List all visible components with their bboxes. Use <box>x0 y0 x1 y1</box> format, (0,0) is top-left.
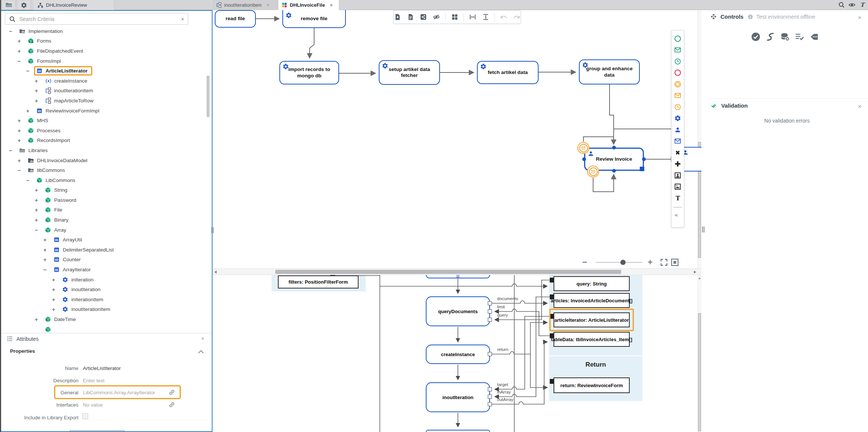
tree-item[interactable]: + File <box>1 205 210 215</box>
clear-search-button[interactable]: × <box>181 16 184 22</box>
zoom-in-button[interactable]: + <box>648 257 657 267</box>
general-link-icon[interactable] <box>168 389 175 396</box>
scroll-thumb[interactable] <box>275 270 621 274</box>
tree-toggle[interactable]: + <box>35 197 43 203</box>
zoom-slider-handle[interactable] <box>620 260 626 265</box>
tree-toggle[interactable]: − <box>18 167 25 173</box>
scroll-right-arrow[interactable] <box>694 271 696 274</box>
search-input[interactable] <box>19 16 177 22</box>
node-partial-bottom[interactable] <box>426 430 490 432</box>
tree-toggle[interactable]: + <box>35 78 43 84</box>
tree-item[interactable]: + DHLInvoiceDataModel <box>1 155 210 166</box>
tree-item[interactable]: + Binary <box>1 215 210 225</box>
tree-item[interactable]: + Forms <box>1 36 210 46</box>
tree-item[interactable]: + Processes <box>1 126 210 136</box>
selection-handle[interactable] <box>612 169 616 173</box>
interfaces-value[interactable]: No value <box>78 402 103 408</box>
user-form-tool[interactable] <box>672 170 684 181</box>
tree-toggle[interactable]: + <box>35 87 43 94</box>
message-intermediate-event-tool[interactable] <box>672 90 684 102</box>
tab-dhlinvoicefile[interactable]: DHLInvoiceFile × <box>278 0 339 10</box>
box-filters[interactable]: filters: PositionFilterForm <box>278 275 359 288</box>
message-task-tool[interactable] <box>672 136 684 147</box>
node-setup-artikel[interactable]: setup artikel data fetcher <box>379 60 440 85</box>
intermediate-event-tool[interactable] <box>672 78 684 90</box>
tree-item[interactable]: + MHS <box>1 115 210 126</box>
tree-item[interactable]: + inoutIteration <box>1 284 210 294</box>
zoom-out-button[interactable]: − <box>582 257 592 267</box>
node-group-enhance[interactable]: group and enhance data <box>579 59 640 84</box>
tree-item[interactable]: + ReviewInvoiceFormImpl <box>1 106 210 116</box>
tree-scrollbar[interactable] <box>207 75 210 117</box>
tree-toggle[interactable]: + <box>52 286 60 293</box>
tags-button[interactable] <box>809 32 819 42</box>
selection-handle[interactable] <box>612 146 616 149</box>
run-control-button[interactable] <box>765 32 775 42</box>
node-inoutiteration[interactable]: inoutIteration <box>426 382 490 412</box>
tree-item[interactable]: − ArrayIterator <box>1 265 210 275</box>
tab-inoutiterationitem[interactable]: inoutIterationItem × <box>213 0 278 10</box>
user-task-tool[interactable] <box>672 124 684 136</box>
tree-toggle[interactable]: + <box>35 98 43 104</box>
attributes-close-button[interactable]: × <box>201 336 204 342</box>
tree-toggle[interactable]: − <box>9 28 17 34</box>
boundary-message-event[interactable] <box>577 142 589 154</box>
port-limit[interactable] <box>488 309 492 314</box>
tree-item[interactable] <box>1 324 210 333</box>
grid-button[interactable] <box>450 13 459 21</box>
timer-start-event-tool[interactable] <box>672 56 684 67</box>
tree-toggle[interactable]: + <box>43 247 51 253</box>
palette-divider[interactable] <box>673 204 682 207</box>
undo-button[interactable] <box>500 13 508 21</box>
project-tab[interactable]: DHLInvoiceReview <box>34 0 114 10</box>
tree-item[interactable]: + inIterationItem <box>1 294 210 305</box>
description-field[interactable]: Enter text <box>78 378 105 383</box>
text-style-icon[interactable] <box>859 1 866 8</box>
tree-item[interactable]: + Password <box>1 195 210 205</box>
hide-button[interactable] <box>433 13 441 21</box>
tree-toggle[interactable]: − <box>18 58 25 64</box>
tab-close-button[interactable]: × <box>266 2 269 8</box>
tree-toggle[interactable]: − <box>26 68 34 74</box>
tab-close-button[interactable]: × <box>330 2 333 8</box>
tree-toggle[interactable]: − <box>35 227 43 233</box>
tree-toggle[interactable]: + <box>18 48 25 54</box>
port-target[interactable] <box>488 387 492 391</box>
tree-toggle[interactable]: + <box>35 316 43 323</box>
node-read-file[interactable]: read file <box>215 10 256 28</box>
tree-item[interactable]: + inoutIterationItem <box>1 86 210 96</box>
search-icon[interactable] <box>838 1 845 8</box>
separator[interactable] <box>445 13 446 21</box>
controls-close-button[interactable]: × <box>858 14 861 21</box>
port-documents[interactable] <box>488 301 492 305</box>
node-import-records[interactable]: import records to mongo db <box>279 61 339 84</box>
fit-view-icon[interactable] <box>670 258 679 267</box>
end-event-tool[interactable] <box>672 67 684 79</box>
tree-item[interactable]: − LibCommons <box>1 175 210 185</box>
tree-item[interactable]: + RecordsImport <box>1 136 210 146</box>
distribute-vertical-button[interactable] <box>481 13 490 21</box>
tree-item[interactable]: + createInstance <box>1 76 210 86</box>
distribute-horizontal-button[interactable] <box>469 13 477 21</box>
document-button[interactable] <box>407 13 415 21</box>
tree-item[interactable]: − ArticleListIterator <box>1 66 210 76</box>
panel-resize-handle[interactable] <box>702 226 705 232</box>
tree-toggle[interactable]: − <box>9 147 17 154</box>
port-outarray[interactable] <box>488 402 492 406</box>
port-inarray[interactable] <box>488 395 492 399</box>
tree-item[interactable]: − Libraries <box>1 145 210 155</box>
text-tool[interactable] <box>672 192 684 204</box>
selection-resize-handle[interactable] <box>640 167 644 171</box>
service-task-tool[interactable] <box>672 113 684 124</box>
port-return[interactable] <box>488 352 492 356</box>
tree-toggle[interactable]: + <box>35 187 43 193</box>
message-start-event-tool[interactable] <box>672 44 684 56</box>
box-tabledata[interactable]: tableData: tblInvoiceArticles_Item[] <box>554 332 630 347</box>
tree-item[interactable]: − Array <box>1 225 210 235</box>
tree-item[interactable]: − libCommons <box>1 165 210 175</box>
redo-button[interactable] <box>512 13 521 21</box>
tree-toggle[interactable]: + <box>35 207 43 213</box>
process-canvas[interactable]: read file remove file import records to … <box>213 10 701 268</box>
canvas-hscrollbar[interactable] <box>213 268 701 275</box>
tree-toggle[interactable]: + <box>18 117 25 124</box>
